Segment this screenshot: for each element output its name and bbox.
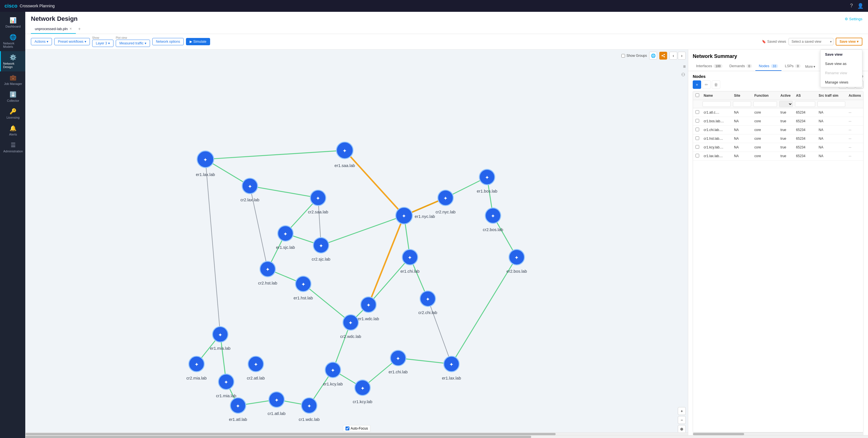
row-actions[interactable]: ··· bbox=[846, 143, 863, 152]
network-node[interactable]: ✦ er1.bos.lab bbox=[477, 169, 497, 193]
table-row[interactable]: cr1.bos.lab.... NA core true 65234 NA ··… bbox=[693, 117, 863, 126]
network-node[interactable]: ✦ cr1.kcy.lab bbox=[353, 380, 372, 404]
tab-nodes[interactable]: Nodes 33 bbox=[755, 62, 781, 71]
network-node[interactable]: ✦ cr2.atl.lab bbox=[247, 356, 265, 380]
sidebar-item-alerts[interactable]: 🔔 Alerts bbox=[0, 122, 25, 139]
zoom-out-button[interactable]: − bbox=[678, 416, 686, 424]
row-actions[interactable]: ··· bbox=[846, 135, 863, 143]
row-checkbox[interactable] bbox=[695, 110, 699, 114]
filter-name-input[interactable] bbox=[703, 101, 731, 107]
table-h-scroll[interactable] bbox=[693, 432, 864, 435]
col-site[interactable]: Site bbox=[732, 91, 752, 100]
network-node[interactable]: ✦ cr2.mia.lab bbox=[186, 356, 207, 380]
col-as[interactable]: AS bbox=[794, 91, 816, 100]
network-node[interactable]: ✦ er1.lax.lab bbox=[442, 356, 461, 380]
save-view-button[interactable]: Save view ▾ bbox=[836, 38, 862, 46]
row-actions[interactable]: ··· bbox=[846, 117, 863, 126]
select-all-checkbox[interactable] bbox=[695, 93, 699, 97]
tab-demands[interactable]: Demands 0 bbox=[726, 62, 755, 71]
measured-traffic-button[interactable]: Measured traffic ▾ bbox=[116, 40, 150, 47]
actions-button[interactable]: Actions ▾ bbox=[31, 38, 52, 45]
show-groups-checkbox-label[interactable]: Show Groups bbox=[621, 54, 647, 58]
network-node[interactable]: ✦ cr2.bos.lab bbox=[483, 208, 503, 232]
help-icon[interactable]: ? bbox=[850, 3, 853, 9]
auto-focus-checkbox[interactable] bbox=[345, 427, 349, 430]
show-layer-button[interactable]: Layer 3 ▾ bbox=[92, 40, 114, 47]
row-checkbox[interactable] bbox=[695, 136, 699, 140]
col-src-traff-sim[interactable]: Src traff sim bbox=[816, 91, 846, 100]
network-node[interactable]: ✦ cr1.wdc.lab bbox=[299, 398, 320, 422]
filter-as-input[interactable] bbox=[795, 101, 815, 107]
settings-link[interactable]: ⚙ Settings bbox=[845, 17, 862, 21]
col-name[interactable]: Name bbox=[702, 91, 732, 100]
network-node[interactable]: ✦ cr2.saa.lab bbox=[308, 190, 328, 214]
tab-close-icon[interactable]: ✕ bbox=[69, 27, 72, 31]
network-node[interactable]: ✦ er1.nyc.lab bbox=[396, 207, 435, 224]
sidebar-item-licensing[interactable]: 🔑 Licensing bbox=[0, 105, 25, 122]
row-actions[interactable]: ··· bbox=[846, 126, 863, 135]
row-checkbox[interactable] bbox=[695, 128, 699, 131]
globe-icon-btn[interactable]: 🌐 bbox=[649, 52, 657, 60]
network-node[interactable]: ✦ cr2.chi.lab bbox=[418, 291, 437, 315]
simulate-button[interactable]: ▶ Simulate bbox=[186, 38, 210, 45]
filter-src-input[interactable] bbox=[817, 101, 845, 107]
user-icon[interactable]: 👤 bbox=[857, 3, 864, 9]
zoom-in-button[interactable]: + bbox=[678, 407, 686, 415]
network-node[interactable]: ✦ er1.hst.lab bbox=[293, 276, 313, 300]
network-node[interactable]: ✦ er1.chi.lab bbox=[389, 350, 408, 374]
row-checkbox[interactable] bbox=[695, 154, 699, 157]
map-h-scroll[interactable] bbox=[25, 432, 688, 435]
filter-active-select[interactable]: true false bbox=[779, 101, 793, 107]
filter-site-input[interactable] bbox=[733, 101, 751, 107]
auto-focus-area[interactable]: Auto-Focus bbox=[343, 425, 370, 432]
row-checkbox[interactable] bbox=[695, 119, 699, 123]
dropdown-item-manage-views[interactable]: Manage views bbox=[820, 78, 862, 87]
network-node[interactable]: ✦ cr2.nyc.lab bbox=[435, 190, 455, 214]
table-row[interactable]: cr1.lax.lab.... NA core true 65234 NA ··… bbox=[693, 152, 863, 160]
topology-icon-btn[interactable] bbox=[659, 52, 667, 60]
dropdown-item-save-view[interactable]: Save view bbox=[820, 50, 862, 59]
network-map-svg[interactable]: ✦ er1.lax.lab ✦ cr2.lax.lab ✦ er1.saa.la… bbox=[25, 50, 688, 435]
add-node-button[interactable]: + bbox=[693, 80, 701, 89]
bottom-scrollbar[interactable] bbox=[25, 435, 868, 438]
network-node[interactable]: ✦ cr1.atl.lab bbox=[268, 392, 286, 416]
network-node[interactable]: ✦ er1.lax.lab bbox=[196, 151, 215, 177]
sidebar-item-dashboard[interactable]: 📊 Dashboard bbox=[0, 14, 25, 31]
network-node[interactable]: ✦ er2.bos.lab bbox=[506, 250, 527, 273]
tab-add-button[interactable]: + bbox=[76, 25, 83, 34]
map-area[interactable]: Show Groups 🌐 ‹ › bbox=[25, 50, 688, 435]
network-node[interactable]: ✦ er1.chi.lab bbox=[400, 250, 420, 273]
network-options-button[interactable]: Network options bbox=[152, 38, 184, 45]
network-node[interactable]: ✦ er1.atl.lab bbox=[229, 398, 247, 422]
network-node[interactable]: ✦ er1.mia.lab bbox=[210, 327, 230, 351]
sidebar-item-administration[interactable]: ☰ Administration bbox=[0, 139, 25, 156]
col-active[interactable]: Active bbox=[778, 91, 794, 100]
filter-function-input[interactable] bbox=[753, 101, 777, 107]
show-groups-checkbox[interactable] bbox=[621, 54, 625, 58]
nav-prev-button[interactable]: ‹ bbox=[670, 52, 677, 60]
sidebar-item-collector[interactable]: ⬇️ Collector bbox=[0, 88, 25, 105]
network-node[interactable]: ✦ er1.kcy.lab bbox=[323, 362, 343, 386]
tab-interfaces[interactable]: Interfaces 100 bbox=[693, 62, 726, 71]
preset-workflows-button[interactable]: Preset workflows ▾ bbox=[54, 38, 90, 45]
network-node[interactable]: ✦ er1.saa.lab bbox=[335, 142, 355, 168]
sidebar-item-network-models[interactable]: 🌐 Network Models bbox=[0, 31, 25, 51]
table-row[interactable]: cr1.chi.lab.... NA core true 65234 NA ··… bbox=[693, 126, 863, 135]
row-actions[interactable]: ··· bbox=[846, 152, 863, 160]
network-node[interactable]: ✦ er1.wdc.lab bbox=[358, 297, 379, 321]
table-row[interactable]: cr1.kcy.lab.... NA core true 65234 NA ··… bbox=[693, 143, 863, 152]
row-actions[interactable]: ··· bbox=[846, 108, 863, 117]
network-node[interactable]: ✦ cr1.mia.lab bbox=[216, 374, 236, 398]
reset-view-button[interactable]: ⊕ bbox=[678, 425, 686, 433]
nav-next-button[interactable]: › bbox=[678, 52, 686, 60]
table-row[interactable]: cr1.hst.lab.... NA core true 65234 NA ··… bbox=[693, 135, 863, 143]
tab-lsps[interactable]: LSPs 0 bbox=[781, 62, 804, 71]
sidebar-item-network-design[interactable]: ⚙️ Network Design bbox=[0, 51, 25, 71]
col-function[interactable]: Function bbox=[752, 91, 778, 100]
table-row[interactable]: cr1.atl.c.... NA core true 65234 NA ··· bbox=[693, 108, 863, 117]
more-button[interactable]: More ▾ bbox=[805, 65, 815, 68]
dropdown-item-save-view-as[interactable]: Save view as bbox=[820, 59, 862, 68]
tab-unprocessed-lab[interactable]: unprocessed-lab.pln ✕ bbox=[31, 25, 76, 34]
network-node[interactable]: ✦ cr2.sjc.lab bbox=[312, 238, 330, 261]
network-node[interactable]: ✦ cr2.lax.lab bbox=[241, 178, 259, 202]
